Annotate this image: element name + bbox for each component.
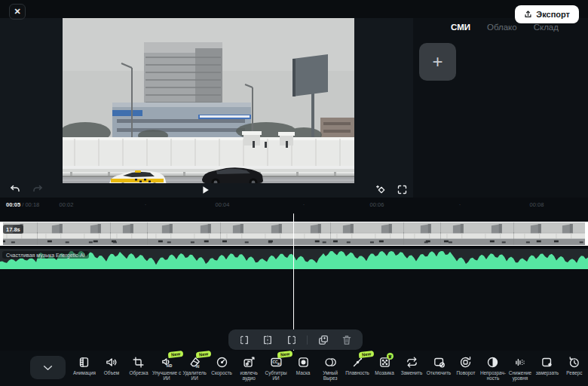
toolbar-item-volume[interactable]: Объем	[98, 351, 125, 386]
reverse-icon	[568, 355, 580, 369]
fullscreen-button[interactable]	[397, 184, 410, 196]
toolbar-item-rotate[interactable]: Поворот	[452, 351, 479, 386]
ruler-mark: 00:06	[370, 201, 384, 208]
animation-icon	[78, 355, 90, 369]
close-button[interactable]: ✕	[9, 4, 26, 20]
clip-right-handle[interactable]	[585, 222, 588, 245]
delete-button[interactable]	[338, 333, 355, 347]
time-indicator: 00:05 / 00:18	[6, 201, 39, 208]
toolbar-item-label: СубтитрыИИ	[265, 370, 287, 381]
video-thumbnail	[221, 222, 258, 245]
tab-cloud[interactable]: Облако	[487, 23, 517, 32]
toolbar-item-mosaic[interactable]: ♛Мозаика	[371, 351, 398, 386]
toolbar-item-mask[interactable]: Маска	[289, 351, 317, 386]
toolbar-item-label: Скорость	[211, 370, 232, 375]
video-thumbnail	[550, 222, 587, 245]
video-thumbnail	[148, 222, 185, 245]
toolbar-item-ai-eraser[interactable]: AINewУдалительИИ	[181, 351, 208, 386]
undo-button[interactable]	[9, 184, 23, 196]
video-thumbnail	[367, 222, 404, 245]
toolbar-item-extract-audio[interactable]: извлечьаудио	[235, 351, 262, 386]
ruler-mark: ·	[145, 201, 147, 208]
trim-left-icon	[238, 334, 250, 346]
ruler-mark: ·	[303, 201, 305, 208]
collapse-toolbar-button[interactable]	[30, 356, 66, 379]
toolbar-item-ai-captions[interactable]: CCAINewСубтитрыИИ	[262, 351, 289, 386]
play-button[interactable]	[200, 184, 213, 196]
top-bar: ✕ Экспорт	[0, 0, 588, 18]
svg-text:AI: AI	[195, 364, 199, 368]
media-tabs: СМИ Облако Склад	[451, 23, 559, 32]
split-button[interactable]	[259, 333, 276, 347]
toolbar-item-label: УдалительИИ	[182, 370, 206, 381]
toolbar-item-smoothness[interactable]: NewПлавность	[344, 351, 371, 386]
toolbar-item-replace[interactable]: Заменить	[398, 351, 425, 386]
svg-text:AI: AI	[277, 363, 280, 366]
toolbar-item-label: Объем	[104, 370, 119, 375]
video-thumbnail	[477, 222, 514, 245]
current-time: 00:05	[6, 201, 20, 208]
add-keyframe-button[interactable]	[375, 184, 389, 196]
trim-right-icon	[286, 334, 298, 346]
opacity-icon	[486, 355, 499, 369]
toolbar-item-crop[interactable]: Обрезка	[125, 351, 152, 386]
video-thumbnail	[74, 222, 111, 245]
trim-left-button[interactable]	[236, 333, 253, 347]
toolbar-item-label: Улучшение сИИ	[152, 370, 181, 381]
duplicate-icon	[317, 334, 329, 346]
toolbar-item-level-reduction[interactable]: Снижениеуровня	[507, 351, 534, 386]
ruler-mark: ·	[459, 201, 461, 208]
toolbar-item-label: Анимация	[73, 370, 96, 375]
toolbar-item-speed[interactable]: Скорость	[208, 351, 235, 386]
ruler-mark: 00:08	[530, 201, 544, 208]
video-thumbnail	[441, 222, 478, 245]
timeline-ruler[interactable]: 00:05 / 00:18 00:02·00:04·00:06·00:08	[0, 198, 588, 213]
tab-stock[interactable]: Склад	[534, 23, 559, 32]
toolbar-item-label: Маска	[296, 370, 311, 375]
clip-action-toolbar	[228, 329, 363, 350]
toolbar-item-opacity[interactable]: Непрозрач-ность	[479, 351, 507, 386]
toolbar-item-disable[interactable]: Отключить	[425, 351, 452, 386]
fullscreen-icon	[397, 184, 408, 195]
pro-badge: ♛	[387, 353, 394, 360]
toolbar-item-animation[interactable]: Анимация	[71, 351, 98, 386]
video-thumbnail	[294, 222, 331, 245]
video-thumbnail	[38, 222, 75, 245]
winter-street-scene	[63, 18, 354, 183]
volume-icon	[105, 355, 118, 369]
smart-cutout-icon	[324, 355, 337, 369]
toolbar-item-ai-enhance[interactable]: HDNewУлучшение сИИ	[152, 351, 181, 386]
preview-panel	[0, 18, 413, 198]
tab-media[interactable]: СМИ	[451, 23, 470, 32]
toolbar-item-smart-cutout[interactable]: УмныйВырез	[317, 351, 344, 386]
toolbar-item-reverse[interactable]: Реверс	[561, 351, 588, 386]
video-thumbnail	[257, 222, 294, 245]
upload-icon	[524, 10, 532, 19]
toolbar-item-label: замерзать	[536, 370, 559, 375]
toolbar-item-label: извлечьаудио	[240, 370, 257, 381]
add-media-tile[interactable]: +	[419, 43, 456, 81]
extract-audio-icon	[243, 355, 256, 369]
toolbar-item-freeze[interactable]: замерзать	[534, 351, 561, 386]
toolbar-item-label: Поворот	[457, 370, 476, 375]
trim-right-button[interactable]	[283, 333, 300, 347]
clip-duration-badge: 17.8s	[3, 225, 23, 234]
video-preview[interactable]	[63, 18, 354, 183]
speed-icon	[216, 355, 228, 369]
export-button[interactable]: Экспорт	[515, 5, 579, 23]
redo-icon	[32, 184, 44, 195]
close-icon: ✕	[14, 7, 20, 17]
media-panel: СМИ Облако Склад +	[413, 18, 588, 198]
redo-button[interactable]	[32, 184, 45, 196]
duplicate-button[interactable]	[315, 333, 332, 347]
svg-text:HD: HD	[167, 363, 173, 367]
chevron-down-icon	[43, 365, 53, 371]
video-thumbnail	[184, 222, 221, 245]
toolbar-items: АнимацияОбъемОбрезкаHDNewУлучшение сИИAI…	[71, 351, 588, 386]
toolbar-item-label: Плавность	[345, 370, 369, 375]
video-thumbnail	[331, 222, 368, 245]
toolbar-item-label: Мозаика	[375, 370, 394, 375]
bottom-toolbar: АнимацияОбъемОбрезкаHDNewУлучшение сИИAI…	[0, 351, 588, 386]
toolbar-item-label: Обрезка	[129, 370, 148, 375]
undo-icon	[9, 184, 21, 195]
